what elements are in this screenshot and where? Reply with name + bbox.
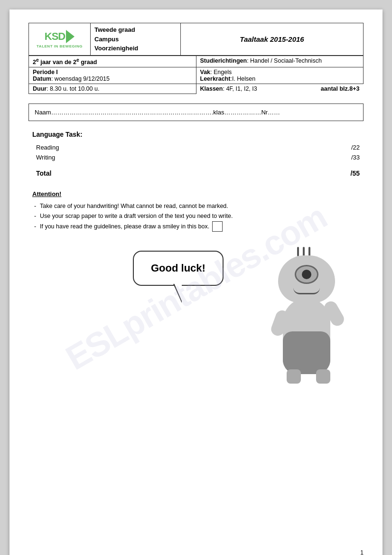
header-table: KSD TALENT IN BEWEGING Tweede graad Camp… <box>28 23 364 56</box>
logo-tagline: TALENT IN BEWEGING <box>37 44 83 48</box>
minion-hair <box>297 247 310 256</box>
speech-bubble: Good luck! <box>133 251 224 286</box>
minion-overall <box>283 331 330 374</box>
page: ESLprintables.com KSD TALENT IN BEWEGING… <box>9 9 383 555</box>
klassen-value: : 4F, I1, I2, I3 <box>223 85 257 92</box>
studierichtingen-label: Studierichtingen <box>200 57 247 64</box>
speech-bubble-container: Good luck! <box>133 251 224 286</box>
datum-label: Datum <box>33 75 51 82</box>
jaar-label: 2e jaar van de 2e graad <box>33 59 97 66</box>
graad-super: e <box>76 57 79 63</box>
leerkracht-label: Leerkracht <box>200 75 231 82</box>
school-line2: Campus <box>94 35 177 44</box>
logo-arrow-icon <box>66 30 75 43</box>
writing-row: Writing /33 <box>32 153 360 162</box>
vak-leerkracht-row: Vak: Engels Leerkracht:I. Helsen <box>196 67 364 84</box>
periode-label: Periode I <box>33 69 58 75</box>
school-line3: Voorzienigheid <box>94 44 177 53</box>
minion-leg-left <box>287 369 301 384</box>
duur-label: Duur <box>33 85 47 92</box>
reading-score: /22 <box>351 144 360 151</box>
naam-text: Naam…………………………………………………………………….klas……………… <box>35 109 280 116</box>
attention-item-1: Take care of your handwriting! What cann… <box>32 201 360 211</box>
leerkracht-value: :I. Helsen <box>230 75 255 82</box>
klassen-label: Klassen <box>200 85 223 92</box>
attention-item-3: If you have read the guidelines, please … <box>32 221 360 232</box>
logo-ks: KSD <box>45 30 75 43</box>
attention-item-2: Use your scrap paper to write a draft ve… <box>32 211 360 221</box>
hair-strand-1 <box>297 247 299 256</box>
vak-label: Vak <box>200 69 211 75</box>
duur-value: : 8.30 u. tot 10.00 u. <box>47 85 99 92</box>
vak-value: : Engels <box>210 69 232 75</box>
total-row: Total /55 <box>32 163 360 179</box>
studierichtingen-value: : Handel / Sociaal-Technisch <box>247 57 322 64</box>
aantal-value: 8+3 <box>349 85 359 92</box>
jaar-row: 2e jaar van de 2e graad <box>29 56 196 67</box>
reading-row: Reading /22 <box>32 143 360 152</box>
datum-value: : woensdag 9/12/2015 <box>51 75 110 82</box>
taaltaak-title: Taaltaak 2015-2016 <box>240 35 304 43</box>
attention-list: Take care of your handwriting! What cann… <box>32 201 360 232</box>
periode-row: Periode I Datum: woensdag 9/12/2015 <box>29 67 196 84</box>
klassen-row: Klassen: 4F, I1, I2, I3 aantal blz.8+3 <box>196 84 364 94</box>
attention-section: Attention! Take care of your handwriting… <box>32 190 360 232</box>
reading-label: Reading <box>36 144 59 151</box>
language-task-title: Language Task: <box>32 131 360 138</box>
hair-strand-2 <box>303 247 305 256</box>
speech-bubble-text: Good luck! <box>151 262 205 274</box>
naam-row: Naam…………………………………………………………………….klas……………… <box>28 103 364 121</box>
hair-strand-3 <box>308 247 310 256</box>
logo-cell: KSD TALENT IN BEWEGING <box>29 23 91 56</box>
writing-score: /33 <box>351 154 360 161</box>
aantal-label: aantal blz. <box>321 85 349 92</box>
taaltaak-cell: Taaltaak 2015-2016 <box>181 23 364 56</box>
school-info-cell: Tweede graad Campus Voorzienigheid <box>91 23 181 56</box>
minion-leg-right <box>316 369 330 384</box>
minion-mouth <box>293 288 320 294</box>
info-table: 2e jaar van de 2e graad Studierichtingen… <box>28 56 364 94</box>
score-section: Language Task: Reading /22 Writing /33 T… <box>28 131 364 179</box>
logo-box: KSD TALENT IN BEWEGING <box>33 30 86 48</box>
bottom-area: Good luck! <box>28 241 364 374</box>
total-score: /55 <box>351 169 360 177</box>
studierichtingen-row: Studierichtingen: Handel / Sociaal-Techn… <box>196 56 364 67</box>
attention-title: Attention! <box>32 190 360 198</box>
page-number: 1 <box>360 549 364 555</box>
smiley-box <box>212 221 223 232</box>
writing-label: Writing <box>36 154 55 161</box>
school-line1: Tweede graad <box>94 25 177 35</box>
logo-ks-text: KSD <box>45 30 65 43</box>
jaar-super: e <box>36 57 39 63</box>
minion-figure <box>269 260 345 374</box>
total-label: Total <box>36 169 51 177</box>
duur-row: Duur: 8.30 u. tot 10.00 u. <box>29 84 196 94</box>
